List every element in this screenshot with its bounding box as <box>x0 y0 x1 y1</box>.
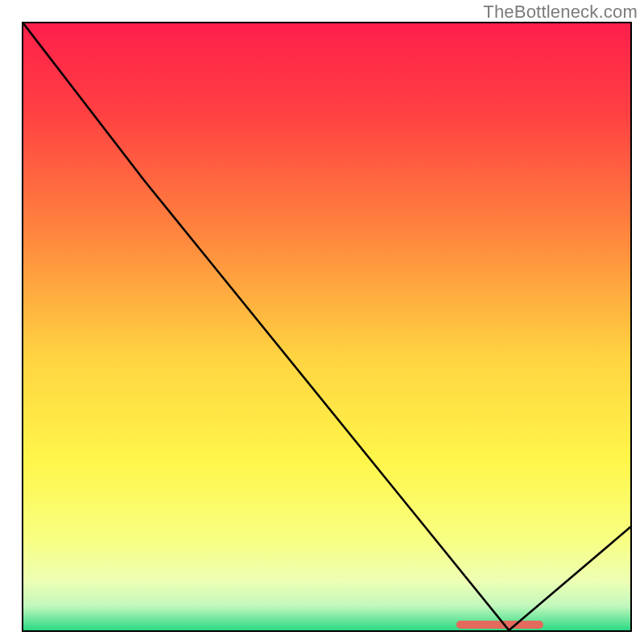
plot-svg <box>23 23 630 630</box>
gradient-background <box>23 23 630 630</box>
plot-frame <box>22 22 632 632</box>
attribution-text: TheBottleneck.com <box>483 2 638 23</box>
chart-canvas: TheBottleneck.com <box>0 0 644 644</box>
